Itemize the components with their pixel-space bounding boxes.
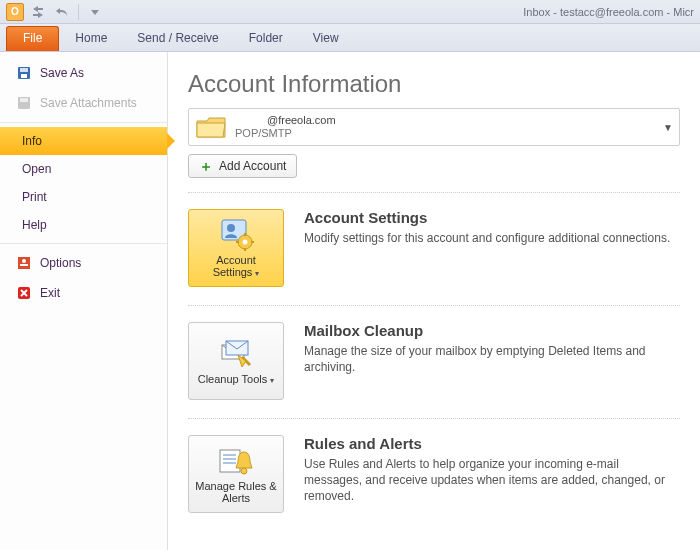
- nav-info-label: Info: [22, 134, 42, 148]
- save-icon: [16, 65, 32, 81]
- nav-separator: [0, 243, 167, 244]
- svg-rect-2: [21, 74, 27, 78]
- tab-file[interactable]: File: [6, 26, 59, 51]
- svg-point-10: [227, 224, 235, 232]
- undo-icon[interactable]: [52, 3, 72, 21]
- nav-open[interactable]: Open: [0, 155, 167, 183]
- nav-save-attachments-label: Save Attachments: [40, 96, 137, 110]
- folder-icon: [195, 113, 227, 141]
- section-text: Mailbox Cleanup Manage the size of your …: [304, 322, 680, 400]
- nav-exit-label: Exit: [40, 286, 60, 300]
- account-email: @freeola.com: [235, 114, 336, 127]
- tab-send-receive[interactable]: Send / Receive: [123, 26, 232, 51]
- nav-open-label: Open: [22, 162, 51, 176]
- account-settings-button[interactable]: Account Settings▾: [188, 209, 284, 287]
- page-title: Account Information: [188, 70, 680, 98]
- add-account-button[interactable]: ＋ Add Account: [188, 154, 297, 178]
- qat-send-receive-icon[interactable]: [28, 3, 48, 21]
- cleanup-tools-button[interactable]: Cleanup Tools▾: [188, 322, 284, 400]
- svg-rect-4: [20, 98, 28, 102]
- tab-view[interactable]: View: [299, 26, 353, 51]
- nav-save-as-label: Save As: [40, 66, 84, 80]
- save-attachments-icon: [16, 95, 32, 111]
- section-desc: Use Rules and Alerts to help organize yo…: [304, 456, 680, 505]
- section-account-settings: Account Settings▾ Account Settings Modif…: [188, 192, 680, 305]
- cleanup-tools-button-label: Cleanup Tools▾: [198, 373, 275, 385]
- window-title: Inbox - testacc@freeola.com - Micr: [523, 6, 694, 18]
- app-icon: O: [6, 3, 24, 21]
- backstage-content: Account Information @freeola.com POP/SMT…: [168, 52, 700, 550]
- tab-folder[interactable]: Folder: [235, 26, 297, 51]
- section-title: Rules and Alerts: [304, 435, 680, 452]
- section-text: Rules and Alerts Use Rules and Alerts to…: [304, 435, 680, 513]
- svg-point-12: [243, 240, 248, 245]
- account-selector[interactable]: @freeola.com POP/SMTP ▼: [188, 108, 680, 146]
- nav-options-label: Options: [40, 256, 81, 270]
- nav-save-as[interactable]: Save As: [0, 58, 167, 88]
- manage-rules-button-label: Manage Rules & Alerts: [193, 480, 279, 504]
- section-rules-alerts: Manage Rules & Alerts Rules and Alerts U…: [188, 418, 680, 531]
- account-settings-button-label: Account Settings▾: [193, 254, 279, 278]
- account-text: @freeola.com POP/SMTP: [235, 114, 336, 139]
- add-account-label: Add Account: [219, 159, 286, 173]
- nav-options[interactable]: Options: [0, 248, 167, 278]
- svg-point-23: [241, 468, 247, 474]
- nav-exit[interactable]: Exit: [0, 278, 167, 308]
- nav-print-label: Print: [22, 190, 47, 204]
- backstage-nav: Save As Save Attachments Info Open Print…: [0, 52, 168, 550]
- quick-access-toolbar: O: [6, 3, 105, 21]
- nav-separator: [0, 122, 167, 123]
- nav-help-label: Help: [22, 218, 47, 232]
- cleanup-icon: [216, 337, 256, 371]
- chevron-down-icon: ▼: [663, 122, 673, 133]
- nav-print[interactable]: Print: [0, 183, 167, 211]
- svg-point-6: [22, 259, 26, 263]
- svg-rect-1: [20, 68, 28, 72]
- account-selector-row: @freeola.com POP/SMTP ▼: [188, 108, 680, 146]
- rules-icon: [216, 444, 256, 478]
- account-settings-icon: [216, 218, 256, 252]
- svg-rect-19: [220, 450, 240, 472]
- section-desc: Modify settings for this account and con…: [304, 230, 680, 246]
- account-protocol: POP/SMTP: [235, 127, 336, 140]
- options-icon: [16, 255, 32, 271]
- backstage: Save As Save Attachments Info Open Print…: [0, 52, 700, 550]
- nav-save-attachments: Save Attachments: [0, 88, 167, 118]
- exit-icon: [16, 285, 32, 301]
- section-title: Account Settings: [304, 209, 680, 226]
- manage-rules-button[interactable]: Manage Rules & Alerts: [188, 435, 284, 513]
- tab-home[interactable]: Home: [61, 26, 121, 51]
- nav-info[interactable]: Info: [0, 127, 167, 155]
- section-title: Mailbox Cleanup: [304, 322, 680, 339]
- section-desc: Manage the size of your mailbox by empty…: [304, 343, 680, 375]
- section-mailbox-cleanup: Cleanup Tools▾ Mailbox Cleanup Manage th…: [188, 305, 680, 418]
- svg-rect-7: [20, 264, 28, 266]
- section-text: Account Settings Modify settings for thi…: [304, 209, 680, 287]
- nav-help[interactable]: Help: [0, 211, 167, 239]
- ribbon-tabs: File Home Send / Receive Folder View: [0, 24, 700, 52]
- qat-separator: [78, 4, 79, 20]
- title-bar: O Inbox - testacc@freeola.com - Micr: [0, 0, 700, 24]
- plus-icon: ＋: [199, 159, 213, 173]
- qat-customize-icon[interactable]: [85, 3, 105, 21]
